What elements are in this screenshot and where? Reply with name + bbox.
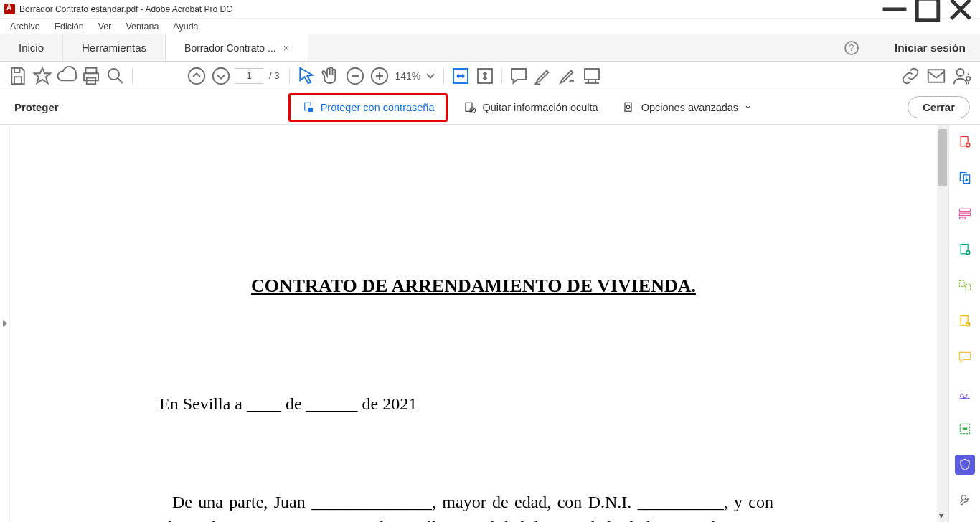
rail-edit-icon[interactable] [955, 204, 975, 224]
document-heading: CONTRATO DE ARRENDAMIENTO DE VIVIENDA. [30, 275, 917, 297]
svg-rect-42 [960, 173, 966, 181]
sign-icon[interactable] [557, 65, 578, 87]
svg-rect-57 [962, 427, 967, 430]
zoom-in-icon[interactable] [369, 65, 390, 87]
highlight-icon[interactable] [532, 65, 554, 87]
workspace: CONTRATO DE ARRENDAMIENTO DE VIVIENDA. E… [0, 125, 980, 522]
document-paragraph-1: De una parte, Juan ______________, mayor… [164, 490, 773, 522]
star-icon[interactable] [32, 65, 53, 87]
close-window-button[interactable] [944, 0, 977, 19]
rail-create-pdf-icon[interactable] [955, 132, 975, 152]
svg-point-27 [966, 77, 971, 81]
fit-page-icon[interactable] [474, 65, 496, 87]
email-icon[interactable] [925, 65, 947, 87]
svg-point-26 [957, 69, 964, 76]
zoom-value-label: 141% [395, 70, 420, 82]
rail-compress-icon[interactable] [955, 311, 975, 331]
advanced-options-label: Opciones avanzadas [641, 102, 738, 113]
svg-rect-45 [959, 213, 970, 215]
menu-ayuda[interactable]: Ayuda [167, 20, 204, 33]
rail-protect-icon[interactable] [955, 455, 975, 475]
hand-tool-icon[interactable] [320, 65, 341, 87]
zoom-dropdown-icon[interactable] [423, 65, 438, 87]
zoom-out-icon[interactable] [344, 65, 366, 87]
svg-rect-21 [585, 69, 599, 80]
rail-fill-sign-icon[interactable] [955, 383, 975, 403]
title-bar: Borrador Contrato estandar.pdf - Adobe A… [0, 0, 980, 19]
menu-archivo[interactable]: Archivo [4, 20, 46, 33]
remove-hidden-label: Quitar información oculta [482, 102, 598, 113]
tab-herramientas[interactable]: Herramientas [63, 34, 166, 61]
scroll-down-icon[interactable]: ▾ [939, 511, 943, 521]
tools-rail [948, 125, 980, 522]
help-icon[interactable]: ? [844, 41, 859, 55]
stamp-icon[interactable] [581, 65, 603, 87]
page-number-input[interactable] [235, 68, 263, 84]
scroll-thumb[interactable] [938, 129, 947, 186]
tab-document[interactable]: Borrador Contrato ... × [166, 34, 308, 61]
cloud-icon[interactable] [56, 65, 77, 87]
tab-close-icon[interactable]: × [283, 42, 289, 54]
close-protect-button[interactable]: Cerrar [908, 96, 970, 118]
menu-ver[interactable]: Ver [93, 20, 118, 33]
rail-export-icon[interactable] [955, 168, 975, 188]
menu-bar: Archivo Edición Ver Ventana Ayuda [0, 19, 980, 34]
rail-more-tools-icon[interactable] [955, 490, 975, 511]
svg-rect-52 [965, 284, 970, 290]
vertical-scrollbar[interactable]: ▾ [937, 125, 948, 522]
svg-rect-5 [14, 77, 22, 84]
protect-password-label: Proteger con contraseña [321, 102, 435, 113]
svg-line-10 [118, 78, 123, 82]
svg-rect-25 [928, 70, 945, 82]
menu-edicion[interactable]: Edición [49, 20, 90, 33]
svg-rect-1 [917, 0, 938, 19]
page-total-label: / 3 [269, 70, 279, 81]
protect-toolbar-label: Proteger [14, 101, 59, 113]
menu-ventana[interactable]: Ventana [120, 20, 164, 33]
rail-redact-icon[interactable] [955, 419, 975, 439]
svg-rect-44 [959, 209, 970, 211]
link-icon[interactable] [900, 65, 921, 87]
remove-hidden-button[interactable]: Quitar información oculta [455, 97, 606, 118]
svg-rect-6 [86, 67, 97, 73]
left-panel-toggle[interactable] [0, 125, 10, 522]
app-pdf-icon [4, 4, 15, 14]
window-title: Borrador Contrato estandar.pdf - Adobe A… [19, 4, 878, 14]
svg-rect-46 [959, 217, 965, 219]
svg-point-11 [189, 67, 205, 84]
document-date-line: En Sevilla a ____ de ______ de 2021 [159, 394, 917, 414]
chevron-right-icon [3, 320, 7, 327]
svg-rect-36 [625, 103, 631, 111]
search-icon[interactable] [105, 65, 126, 87]
rail-organize-icon[interactable] [955, 239, 975, 260]
rail-comment-icon[interactable] [955, 347, 975, 367]
fit-width-icon[interactable] [450, 65, 471, 87]
rail-combine-icon[interactable] [955, 275, 975, 295]
svg-rect-4 [14, 67, 20, 72]
svg-line-35 [471, 108, 475, 112]
page-up-icon[interactable] [186, 65, 207, 87]
svg-point-12 [213, 67, 230, 84]
minimize-button[interactable] [878, 0, 911, 19]
sign-in-button[interactable]: Iniciar sesión [895, 42, 966, 54]
advanced-options-button[interactable]: Opciones avanzadas [614, 97, 760, 118]
save-icon[interactable] [7, 65, 29, 87]
comment-icon[interactable] [508, 65, 529, 87]
svg-point-9 [108, 69, 119, 80]
document-viewport[interactable]: CONTRATO DE ARRENDAMIENTO DE VIVIENDA. E… [10, 125, 937, 522]
protect-password-button[interactable]: Proteger con contraseña [288, 93, 448, 122]
print-icon[interactable] [80, 65, 102, 87]
share-user-icon[interactable] [951, 65, 973, 87]
svg-rect-51 [959, 280, 964, 286]
selection-tool-icon[interactable] [296, 65, 317, 87]
svg-rect-31 [308, 108, 313, 112]
tab-row: Inicio Herramientas Borrador Contrato ..… [0, 34, 980, 62]
tab-document-label: Borrador Contrato ... [184, 42, 276, 54]
page-down-icon[interactable] [210, 65, 232, 87]
protect-toolbar: Proteger Proteger con contraseña Quitar … [0, 90, 980, 125]
svg-rect-33 [466, 103, 472, 111]
main-toolbar: / 3 141% [0, 62, 980, 90]
tab-inicio[interactable]: Inicio [0, 34, 63, 61]
maximize-button[interactable] [911, 0, 944, 19]
